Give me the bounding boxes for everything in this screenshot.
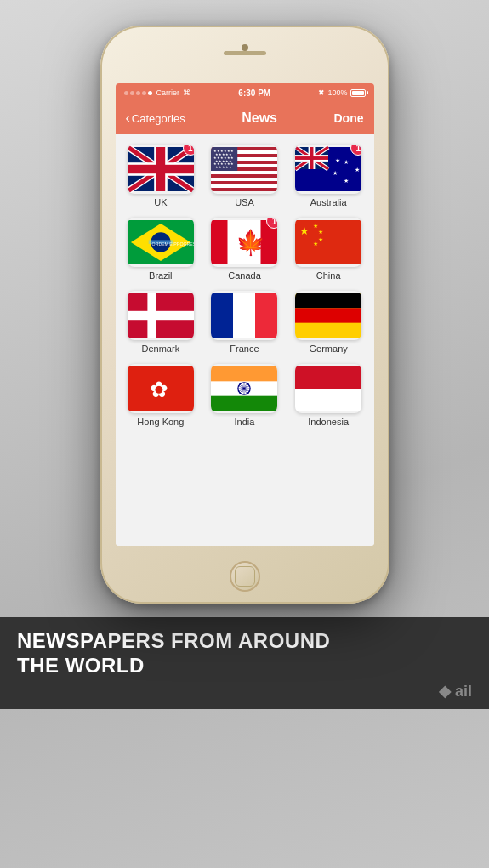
denmark-flag <box>128 291 194 340</box>
svg-text:★: ★ <box>318 229 323 235</box>
svg-rect-8 <box>128 165 194 173</box>
status-time: 6:30 PM <box>238 88 270 98</box>
bottom-banner: NEWSPAPERS FROM AROUND THE WORLD ◆ ail <box>0 617 489 709</box>
india-label: India <box>235 417 255 427</box>
svg-rect-65 <box>211 366 277 381</box>
list-item[interactable]: Denmark <box>122 291 200 354</box>
bluetooth-icon: ✖ <box>318 88 325 97</box>
svg-rect-78 <box>295 366 361 389</box>
logo-area: ◆ ail <box>17 682 472 701</box>
china-flag: ★ ★ ★ ★ ★ <box>295 218 361 267</box>
list-item[interactable]: 1 <box>290 145 367 207</box>
australia-flag: 1 <box>295 145 361 194</box>
indonesia-label: Indonesia <box>308 417 349 427</box>
phone-camera <box>242 44 248 51</box>
germany-flag <box>295 291 361 340</box>
svg-rect-61 <box>295 308 361 322</box>
signal-dot-1 <box>124 91 128 95</box>
banner-line2: THE WORLD <box>17 654 472 678</box>
france-flag <box>211 291 277 340</box>
back-button[interactable]: ‹ Categories <box>126 111 185 125</box>
brazil-flag: ORDEM E PROGRESSO <box>128 218 194 267</box>
svg-rect-60 <box>295 293 361 308</box>
canada-badge: 1 <box>266 218 277 229</box>
svg-rect-58 <box>255 293 277 338</box>
battery-fill <box>352 91 364 95</box>
svg-rect-14 <box>211 178 277 181</box>
hongkong-label: Hong Kong <box>137 417 184 427</box>
list-item[interactable]: 1 <box>122 145 200 207</box>
svg-text:★★★★★: ★★★★★ <box>215 165 232 169</box>
australia-label: Australia <box>310 197 347 207</box>
battery-percent: 100% <box>327 88 347 97</box>
phone-container: Carrier ⌘ 6:30 PM ✖ 100% ‹ Categories <box>100 26 389 604</box>
uk-flag: 1 <box>128 145 194 194</box>
uk-label: UK <box>154 197 167 207</box>
svg-rect-32 <box>295 156 328 160</box>
china-label: China <box>316 270 341 281</box>
svg-text:★: ★ <box>344 159 349 165</box>
hongkong-flag: ✿ <box>128 364 194 413</box>
svg-text:★: ★ <box>299 224 310 237</box>
germany-label: Germany <box>310 343 348 354</box>
list-item[interactable]: ★★★★★★ ★★★★★ ★★★★★★ ★★★★★ ★★★★★★ ★★★★★ U… <box>206 145 283 207</box>
phone-home-button[interactable] <box>230 561 260 592</box>
wifi-icon: ⌘ <box>183 88 190 97</box>
country-grid-container[interactable]: 1 <box>116 134 374 546</box>
list-item[interactable]: Indonesia <box>290 364 367 427</box>
nav-bar: ‹ Categories News Done <box>116 102 374 134</box>
country-grid: 1 <box>122 145 367 427</box>
svg-text:★: ★ <box>355 167 360 173</box>
usa-flag: ★★★★★★ ★★★★★ ★★★★★★ ★★★★★ ★★★★★★ ★★★★★ <box>211 145 277 194</box>
india-flag <box>211 364 277 413</box>
list-item[interactable]: India <box>206 364 283 427</box>
list-item[interactable]: 1 🍁 Canada <box>206 218 283 281</box>
svg-rect-55 <box>128 311 194 320</box>
carrier-label: Carrier <box>156 88 180 97</box>
france-label: France <box>230 343 259 354</box>
list-item[interactable]: France <box>206 291 283 354</box>
status-bar: Carrier ⌘ 6:30 PM ✖ 100% <box>116 83 374 102</box>
signal-dot-4 <box>142 91 146 95</box>
back-chevron-icon: ‹ <box>126 111 130 125</box>
svg-text:★: ★ <box>318 236 323 242</box>
denmark-label: Denmark <box>142 343 180 354</box>
svg-rect-57 <box>211 293 233 338</box>
svg-text:ORDEM E PROGRESSO: ORDEM E PROGRESSO <box>151 241 193 247</box>
phone-speaker <box>224 51 266 55</box>
svg-rect-15 <box>211 184 277 188</box>
status-right: ✖ 100% <box>318 88 365 97</box>
svg-text:★: ★ <box>313 223 318 229</box>
svg-text:★: ★ <box>344 178 349 184</box>
svg-rect-66 <box>211 396 277 411</box>
logo: ◆ ail <box>439 682 472 701</box>
svg-text:★: ★ <box>313 241 318 247</box>
done-button[interactable]: Done <box>334 111 364 125</box>
signal-dot-5 <box>148 91 152 95</box>
banner-line1: NEWSPAPERS FROM AROUND <box>17 629 472 654</box>
usa-label: USA <box>235 197 254 207</box>
signal-dot-3 <box>136 91 140 95</box>
status-left: Carrier ⌘ <box>124 88 191 97</box>
svg-rect-44 <box>211 220 228 264</box>
svg-text:🍁: 🍁 <box>236 228 266 258</box>
svg-text:★: ★ <box>333 170 338 176</box>
list-item[interactable]: ★ ★ ★ ★ ★ China <box>290 218 367 281</box>
svg-text:✿: ✿ <box>150 377 168 402</box>
back-label: Categories <box>132 112 185 125</box>
screen: Carrier ⌘ 6:30 PM ✖ 100% ‹ Categories <box>116 83 374 546</box>
svg-text:★: ★ <box>335 157 340 163</box>
list-item[interactable]: Germany <box>290 291 367 354</box>
nav-title: News <box>242 111 277 126</box>
brazil-label: Brazil <box>149 270 173 281</box>
battery-icon <box>350 89 366 97</box>
canada-flag: 1 🍁 <box>211 218 277 267</box>
signal-dot-2 <box>130 91 134 95</box>
canada-label: Canada <box>228 270 261 281</box>
phone-home-inner <box>235 566 255 587</box>
list-item[interactable]: ORDEM E PROGRESSO Brazil <box>122 218 200 281</box>
list-item[interactable]: ✿ Hong Kong <box>122 364 200 427</box>
indonesia-flag <box>295 364 361 413</box>
svg-rect-13 <box>211 171 277 174</box>
page: Carrier ⌘ 6:30 PM ✖ 100% ‹ Categories <box>0 0 489 868</box>
